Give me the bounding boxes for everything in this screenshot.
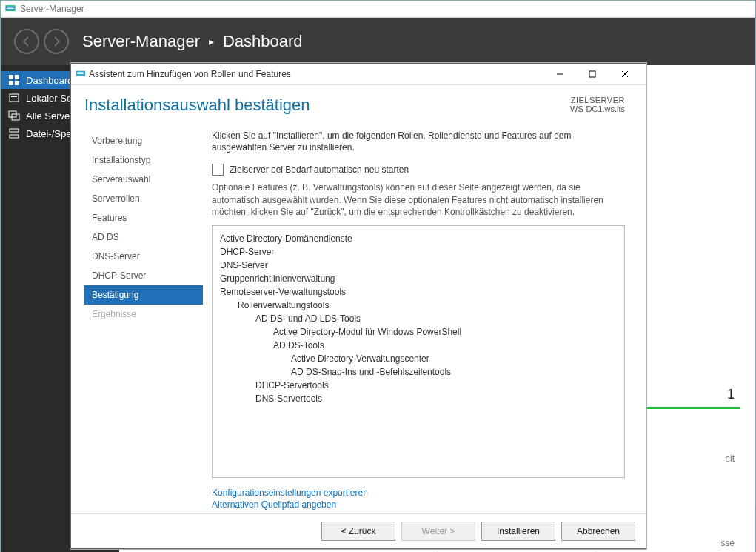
server-manager-icon	[5, 4, 16, 14]
chevron-right-icon: ▸	[209, 36, 214, 47]
install-button[interactable]: Installieren	[481, 522, 555, 541]
sidebar-item-label: Dashboard	[26, 75, 73, 86]
dialog-titlebar: Assistent zum Hinzufügen von Rollen und …	[71, 64, 646, 85]
breadcrumb: Server-Manager ▸ Dashboard	[82, 32, 303, 51]
svg-rect-14	[78, 72, 84, 73]
back-button[interactable]: < Zurück	[321, 522, 395, 541]
svg-rect-17	[589, 71, 595, 77]
nav-forward-button[interactable]	[44, 29, 69, 54]
maximize-button[interactable]	[576, 65, 609, 83]
close-button[interactable]	[609, 65, 641, 83]
target-value: WS-DC1.ws.its	[570, 104, 625, 113]
svg-rect-5	[9, 81, 13, 85]
dashboard-icon	[8, 74, 20, 86]
bg-count: 1	[644, 384, 740, 405]
feature-item: DNS-Server	[220, 259, 617, 272]
wizard-step[interactable]: Vorbereitung	[84, 131, 203, 150]
feature-item: DHCP-Servertools	[220, 379, 617, 392]
feature-item: Active Directory-Domänendienste	[220, 232, 617, 245]
main-titlebar: Server-Manager	[1, 1, 755, 18]
target-label: ZIELSERVER	[570, 96, 625, 104]
feature-item: DHCP-Server	[220, 245, 617, 259]
wizard-step[interactable]: DHCP-Server	[84, 266, 203, 285]
feature-item: Remoteserver-Verwaltungstools	[220, 285, 617, 299]
bg-status-bar	[644, 407, 740, 409]
features-list[interactable]: Active Directory-DomänendiensteDHCP-Serv…	[212, 225, 625, 478]
svg-rect-11	[10, 129, 19, 132]
nav-back-button[interactable]	[14, 29, 39, 54]
wizard-steps: VorbereitungInstallationstypServerauswah…	[84, 130, 203, 513]
wizard-step[interactable]: Features	[84, 208, 203, 227]
feature-item: Gruppenrichtlinienverwaltung	[220, 272, 617, 285]
breadcrumb-page: Dashboard	[223, 32, 303, 51]
feature-item: Active Directory-Modul für Windows Power…	[220, 325, 617, 339]
alt-source-path-link[interactable]: Alternativen Quellpfad angeben	[212, 499, 625, 511]
note-text: Optionale Features (z. B. Verwaltungstoo…	[212, 182, 625, 218]
cancel-button[interactable]: Abbrechen	[561, 522, 635, 541]
dialog-heading: Installationsauswahl bestätigen	[84, 96, 310, 115]
wizard-step[interactable]: DNS-Server	[84, 247, 203, 266]
breadcrumb-app: Server-Manager	[82, 32, 200, 51]
storage-icon	[8, 127, 20, 139]
auto-restart-checkbox[interactable]	[212, 164, 224, 176]
feature-item: AD DS-Snap-Ins und -Befehlszeilentools	[220, 365, 617, 379]
svg-rect-12	[10, 135, 19, 138]
svg-rect-2	[7, 8, 14, 9]
wizard-step[interactable]: Bestätigung	[84, 285, 203, 305]
server-manager-icon	[76, 69, 86, 79]
minimize-button[interactable]	[543, 65, 576, 83]
wizard-step: Ergebnisse	[84, 305, 203, 324]
intro-text: Klicken Sie auf "Installieren", um die f…	[212, 130, 625, 153]
svg-rect-3	[9, 75, 13, 79]
auto-restart-label: Zielserver bei Bedarf automatisch neu st…	[230, 164, 409, 175]
next-button: Weiter >	[401, 522, 475, 541]
main-window-title: Server-Manager	[20, 4, 84, 14]
bg-hint: eit	[644, 453, 740, 464]
svg-rect-6	[15, 81, 19, 85]
svg-rect-8	[11, 96, 17, 97]
servers-icon	[8, 110, 20, 122]
wizard-step[interactable]: Serverauswahl	[84, 170, 203, 189]
sidebar-item-label: Alle Server	[26, 110, 73, 122]
svg-rect-15	[78, 73, 84, 74]
export-config-link[interactable]: Konfigurationseinstellungen exportieren	[212, 487, 625, 499]
feature-item: AD DS-Tools	[220, 339, 617, 352]
svg-rect-4	[15, 75, 19, 79]
feature-item: Active Directory-Verwaltungscenter	[220, 352, 617, 365]
feature-item: AD DS- und AD LDS-Tools	[220, 312, 617, 325]
server-icon	[8, 92, 20, 104]
feature-item: Rollenverwaltungstools	[220, 299, 617, 312]
svg-rect-1	[7, 7, 14, 7]
server-manager-window: Server-Manager Server-Manager ▸ Dashboar…	[0, 0, 756, 552]
feature-item: DNS-Servertools	[220, 392, 617, 405]
wizard-step[interactable]: AD DS	[84, 227, 203, 247]
target-server-info: ZIELSERVER WS-DC1.ws.its	[570, 96, 625, 113]
wizard-dialog: Assistent zum Hinzufügen von Rollen und …	[70, 63, 646, 549]
wizard-step[interactable]: Serverrollen	[84, 189, 203, 208]
dialog-title: Assistent zum Hinzufügen von Rollen und …	[86, 69, 543, 79]
wizard-step[interactable]: Installationstyp	[84, 150, 203, 170]
dialog-button-row: < Zurück Weiter > Installieren Abbrechen	[71, 513, 646, 548]
svg-rect-7	[10, 94, 19, 102]
header-bar: Server-Manager ▸ Dashboard	[1, 18, 755, 65]
